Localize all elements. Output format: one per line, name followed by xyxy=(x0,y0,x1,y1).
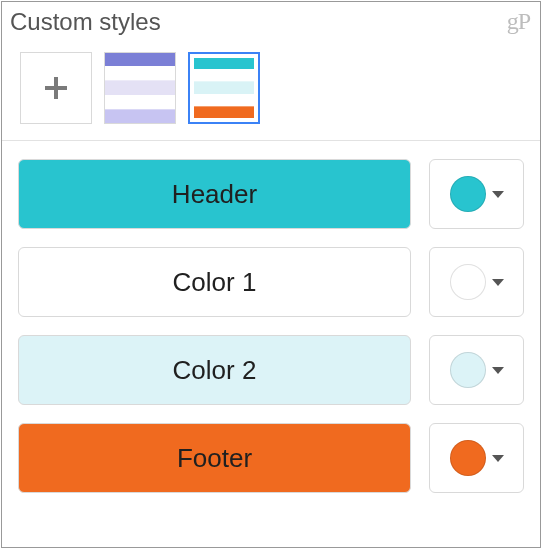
swatch-footer[interactable]: Footer xyxy=(18,423,411,493)
watermark: gP xyxy=(507,8,530,35)
color-circle xyxy=(450,440,486,476)
chevron-down-icon xyxy=(492,279,504,286)
preset-list xyxy=(2,38,540,141)
color-rows: Header Color 1 Color 2 Footer xyxy=(2,141,540,507)
picker-color2[interactable] xyxy=(429,335,524,405)
stripe xyxy=(194,58,254,69)
plus-icon xyxy=(43,75,69,101)
stripe xyxy=(194,69,254,81)
preset-swatch xyxy=(105,53,175,123)
panel-title: Custom styles xyxy=(10,8,161,36)
svg-rect-1 xyxy=(45,86,67,90)
stripe xyxy=(105,95,175,109)
color-circle xyxy=(450,176,486,212)
color-circle xyxy=(450,352,486,388)
panel-header: Custom styles gP xyxy=(2,2,540,38)
stripe xyxy=(105,66,175,80)
stripe xyxy=(105,80,175,94)
picker-color1[interactable] xyxy=(429,247,524,317)
add-preset-button[interactable] xyxy=(20,52,92,124)
row-color1: Color 1 xyxy=(18,247,524,317)
swatch-color2[interactable]: Color 2 xyxy=(18,335,411,405)
row-color2: Color 2 xyxy=(18,335,524,405)
preset-item-2[interactable] xyxy=(188,52,260,124)
row-header: Header xyxy=(18,159,524,229)
chevron-down-icon xyxy=(492,191,504,198)
custom-styles-panel: Custom styles gP xyxy=(1,1,541,548)
color-circle xyxy=(450,264,486,300)
picker-header[interactable] xyxy=(429,159,524,229)
preset-item-1[interactable] xyxy=(104,52,176,124)
picker-footer[interactable] xyxy=(429,423,524,493)
stripe xyxy=(105,109,175,123)
stripe xyxy=(194,106,254,118)
row-footer: Footer xyxy=(18,423,524,493)
stripe xyxy=(194,94,254,106)
chevron-down-icon xyxy=(492,455,504,462)
swatch-header[interactable]: Header xyxy=(18,159,411,229)
stripe xyxy=(194,81,254,93)
stripe xyxy=(105,53,175,66)
preset-swatch xyxy=(194,58,254,118)
swatch-color1[interactable]: Color 1 xyxy=(18,247,411,317)
chevron-down-icon xyxy=(492,367,504,374)
